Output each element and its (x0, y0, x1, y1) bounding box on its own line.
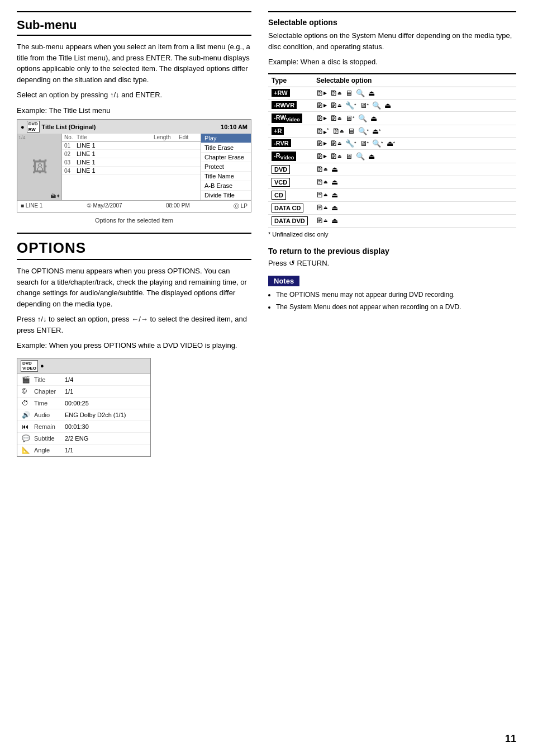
footnote: * Unfinalized disc only (268, 230, 516, 239)
type-datadvd: DATA DVD (268, 214, 313, 227)
type-pr: +R (268, 125, 313, 137)
title-list-items: No. Title Length Edit 01LINE 1 02LINE 1 … (62, 134, 201, 200)
example-stopped: Example: When a disc is stopped. (268, 56, 516, 68)
menu-item-play[interactable]: Play (201, 134, 251, 143)
chapter-icon: © (22, 388, 34, 395)
col-option: Selectable option (313, 74, 516, 87)
title-thumb: 🖼 🏔✦ 1/4 (17, 134, 62, 200)
icons-rw: 🖹▶ 🖹⏏ 🖥 🔍 ⏏ (316, 89, 513, 97)
count-label: 1/4 (18, 135, 26, 140)
menu-item-chapter-erase[interactable]: Chapter Erase (201, 153, 251, 162)
table-row-cd: CD 🖹⏏ ⏏ (268, 188, 516, 201)
thumb-overlay-icons: 🏔✦ (50, 193, 60, 199)
type-rvr: -RVR (268, 137, 313, 149)
icons-cd: 🖹⏏ ⏏ (316, 191, 513, 199)
icon-rec2: 🖹⏏ (330, 89, 342, 97)
title-list-box: ● DVDRW Title List (Original) 10:10 AM 🖼… (17, 119, 251, 212)
menu-item-title-erase[interactable]: Title Erase (201, 143, 251, 153)
footer-title: ■ LINE 1 (21, 202, 42, 210)
note-item-2: The System Menu does not appear when rec… (276, 302, 516, 312)
type-rvideo: -RVideo (268, 149, 313, 163)
notes-section: Notes The OPTIONS menu may not appear du… (268, 276, 516, 312)
return-section: To return to the previous display Press … (268, 247, 516, 269)
type-datacd: DATA CD (268, 201, 313, 214)
submenu-title: Sub-menu (17, 18, 251, 36)
menu-item-ab-erase[interactable]: A-B Erase (201, 181, 251, 191)
table-row-rwvideo: -RWVideo 🖹▶ 🖹⏏ 🖥* 🔍 ⏏ (268, 111, 516, 125)
options-row-title: 🎬 Title 1/4 (17, 374, 150, 386)
icon-search: 🔍 (356, 89, 365, 97)
submenu-example-label: Example: The Title List menu (17, 105, 251, 116)
remain-icon: ⏮ (22, 423, 34, 431)
options-row-angle: 📐 Angle 1/1 (17, 445, 150, 456)
table-row: 04LINE 1 (62, 167, 201, 175)
options-row-chapter: © Chapter 1/1 (17, 386, 150, 398)
type-cd: CD (268, 188, 313, 201)
menu-item-title-name[interactable]: Title Name (201, 172, 251, 181)
icons-rwvr: 🖹▶ 🖹⏏ 🔧* 🖥* 🔍 ⏏ (316, 101, 513, 110)
selectable-options-p: Selectable options on the System Menu di… (268, 30, 516, 52)
type-rwvideo: -RWVideo (268, 111, 313, 125)
col-length: Length (154, 134, 179, 140)
return-text: Press ↺ RETURN. (268, 258, 516, 269)
table-row-vcd: VCD 🖹⏏ ⏏ (268, 176, 516, 188)
icons-vcd: 🖹⏏ ⏏ (316, 178, 513, 186)
table-row-datacd: DATA CD 🖹⏏ ⏏ (268, 201, 516, 214)
table-row: 03LINE 1 (62, 158, 201, 167)
dvd-badge: DVDRW (27, 121, 40, 133)
table-row-pr: +R 🖹▶* 🖹⏏ 🖥 🔍* ⏏* (268, 125, 516, 137)
table-row-dvd: DVD 🖹⏏ ⏏ (268, 163, 516, 176)
angle-icon: 📐 (22, 446, 34, 454)
table-row-rvr: -RVR 🖹▶ 🖹⏏ 🔧* 🖥* 🔍* ⏏* (268, 137, 516, 149)
icon-monitor: 🖥 (345, 89, 353, 97)
options-p1: The OPTIONS menu appears when you press … (17, 266, 251, 309)
icons-datacd: 🖹⏏ ⏏ (316, 204, 513, 212)
table-row: 01LINE 1 (62, 141, 201, 150)
title-list-body: 🖼 🏔✦ 1/4 No. Title Length Edit 01LINE 1 (17, 134, 251, 200)
footer-time: 08:00 PM (166, 202, 190, 210)
options-row-time: ⏱ Time 00:00:25 (17, 398, 150, 409)
type-vcd: VCD (268, 176, 313, 188)
icons-dvd: 🖹⏏ ⏏ (316, 165, 513, 173)
dvd-icon: ● (21, 124, 25, 130)
notes-label: Notes (268, 276, 299, 286)
col-headers: No. Title Length Edit (62, 134, 201, 141)
submenu-p2: Select an option by pressing ↑/↓ and ENT… (17, 89, 251, 101)
type-rw: +RW (268, 87, 313, 99)
title-list-header: ● DVDRW Title List (Original) 10:10 AM (17, 120, 251, 134)
play-indicator: ● (40, 362, 44, 369)
options-display-header: DVDVIDEO ● (17, 358, 150, 374)
dvd-video-badge: DVDVIDEO (21, 360, 38, 372)
notes-list: The OPTIONS menu may not appear during D… (268, 290, 516, 312)
icons-pr: 🖹▶* 🖹⏏ 🖥 🔍* ⏏* (316, 127, 513, 135)
icons-datadvd: 🖹⏏ ⏏ (316, 216, 513, 225)
options-title: OPTIONS (17, 239, 251, 260)
thumb-icon: 🖼 (32, 158, 47, 176)
menu-item-protect[interactable]: Protect (201, 162, 251, 172)
title-list-header-left: ● DVDRW Title List (Original) (21, 121, 96, 133)
audio-icon: 🔊 (22, 411, 34, 419)
icon-rec-props: 🖹▶ (316, 89, 327, 97)
icons-rwvideo: 🖹▶ 🖹⏏ 🖥* 🔍 ⏏ (316, 114, 513, 122)
options-row-audio: 🔊 Audio ENG Dolby D2ch (1/1) (17, 409, 150, 421)
type-dvd: DVD (268, 163, 313, 176)
subtitle-icon: 💬 (22, 434, 34, 442)
selectable-options-title: Selectable options (268, 18, 516, 27)
options-row-remain: ⏮ Remain 00:01:30 (17, 421, 150, 433)
time-icon: ⏱ (22, 399, 34, 407)
caption-text: Options for the selected item (17, 217, 251, 224)
title-list-footer: ■ LINE 1 ① May/2/2007 08:00 PM ⓪ LP (17, 200, 251, 212)
note-item-1: The OPTIONS menu may not appear during D… (276, 290, 516, 300)
title-list-name: Title List (Original) (42, 124, 96, 130)
icon-eject: ⏏ (368, 89, 375, 97)
title-list-time: 10:10 AM (221, 124, 248, 130)
options-display-box: DVDVIDEO ● 🎬 Title 1/4 © Chapter 1/1 ⏱ T… (17, 358, 151, 457)
options-menu: Play Title Erase Chapter Erase Protect T… (201, 134, 251, 200)
col-type: Type (268, 74, 313, 87)
col-title: Title (77, 134, 154, 140)
table-row: 02LINE 1 (62, 150, 201, 158)
menu-item-divide-title[interactable]: Divide Title (201, 191, 251, 200)
options-example-label: Example: When you press OPTIONS while a … (17, 340, 251, 351)
table-row-rwvr: -RWVR 🖹▶ 🖹⏏ 🔧* 🖥* 🔍 ⏏ (268, 99, 516, 111)
footer-mode: ⓪ LP (234, 202, 248, 210)
